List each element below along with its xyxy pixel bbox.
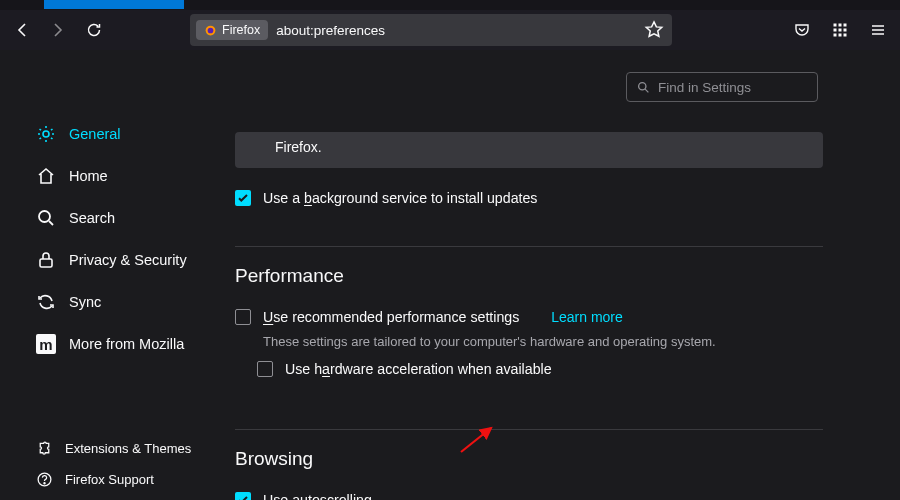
autoscrolling-checkbox[interactable]	[235, 492, 251, 500]
sidebar-item-label: Sync	[69, 294, 101, 310]
info-banner: Firefox.	[235, 132, 823, 168]
puzzle-icon	[36, 440, 53, 457]
banner-text-tail: Firefox.	[275, 139, 322, 155]
star-icon	[644, 20, 664, 40]
sidebar-item-sync[interactable]: Sync	[36, 284, 235, 320]
sync-icon	[36, 292, 56, 312]
sidebar-item-label: More from Mozilla	[69, 336, 184, 352]
svg-point-16	[639, 82, 646, 89]
sidebar-item-search[interactable]: Search	[36, 200, 235, 236]
grid-icon	[832, 22, 848, 38]
recommended-perf-option: Use recommended performance settings Lea…	[235, 309, 840, 325]
svg-rect-2	[834, 24, 837, 27]
address-bar[interactable]: Firefox about:preferences	[190, 14, 672, 46]
sidebar-firefox-support[interactable]: Firefox Support	[36, 471, 191, 488]
settings-sidebar: General Home Search Privacy & Security S…	[0, 50, 235, 500]
forward-button[interactable]	[42, 14, 74, 46]
performance-heading: Performance	[235, 265, 840, 287]
recommended-perf-checkbox[interactable]	[235, 309, 251, 325]
os-window-tab	[44, 0, 184, 9]
sidebar-item-privacy[interactable]: Privacy & Security	[36, 242, 235, 278]
sidebar-bottom-label: Extensions & Themes	[65, 441, 191, 456]
svg-rect-13	[40, 259, 52, 267]
sidebar-item-mozilla[interactable]: m More from Mozilla	[36, 326, 235, 362]
recommended-perf-label: Use recommended performance settings	[263, 309, 519, 325]
url-text: about:preferences	[276, 23, 385, 38]
window-tab-bar	[0, 0, 900, 10]
gear-icon	[36, 124, 56, 144]
hamburger-menu-button[interactable]	[862, 14, 894, 46]
autoscrolling-label: Use autoscrolling	[263, 492, 372, 500]
svg-rect-6	[839, 29, 842, 32]
identity-label: Firefox	[222, 23, 260, 37]
svg-rect-7	[844, 29, 847, 32]
lock-icon	[36, 250, 56, 270]
search-icon	[36, 208, 56, 228]
sidebar-bottom-label: Firefox Support	[65, 472, 154, 487]
sidebar-item-home[interactable]: Home	[36, 158, 235, 194]
sidebar-item-label: Privacy & Security	[69, 252, 187, 268]
background-service-option: Use a background service to install upda…	[235, 190, 840, 206]
browsing-heading: Browsing	[235, 448, 840, 470]
svg-rect-10	[844, 34, 847, 37]
reload-button[interactable]	[78, 14, 110, 46]
search-placeholder: Find in Settings	[658, 80, 751, 95]
settings-main-pane: Find in Settings Firefox. Use a backgrou…	[235, 50, 900, 500]
svg-point-11	[43, 131, 49, 137]
sidebar-extensions-themes[interactable]: Extensions & Themes	[36, 440, 191, 457]
search-icon	[637, 81, 650, 94]
home-icon	[36, 166, 56, 186]
back-button[interactable]	[6, 14, 38, 46]
help-icon	[36, 471, 53, 488]
section-divider	[235, 429, 823, 430]
perf-hint-text: These settings are tailored to your comp…	[263, 334, 840, 349]
svg-rect-4	[844, 24, 847, 27]
section-divider	[235, 246, 823, 247]
sidebar-item-general[interactable]: General	[36, 116, 235, 152]
bookmark-star-button[interactable]	[644, 20, 664, 40]
sidebar-item-label: Search	[69, 210, 115, 226]
hardware-accel-label: Use hardware acceleration when available	[285, 361, 552, 377]
browser-toolbar: Firefox about:preferences	[0, 10, 900, 50]
mozilla-icon: m	[36, 334, 56, 354]
svg-rect-5	[834, 29, 837, 32]
svg-point-1	[208, 27, 214, 33]
identity-box[interactable]: Firefox	[196, 20, 268, 40]
check-icon	[237, 192, 249, 204]
firefox-logo-icon	[204, 24, 217, 37]
pocket-icon	[794, 22, 810, 38]
hardware-accel-option: Use hardware acceleration when available	[257, 361, 840, 377]
svg-rect-3	[839, 24, 842, 27]
svg-point-15	[44, 483, 45, 484]
menu-icon	[870, 22, 886, 38]
app-grid-button[interactable]	[824, 14, 856, 46]
svg-rect-9	[839, 34, 842, 37]
svg-point-12	[39, 211, 50, 222]
pocket-button[interactable]	[786, 14, 818, 46]
svg-rect-8	[834, 34, 837, 37]
background-service-checkbox[interactable]	[235, 190, 251, 206]
check-icon	[237, 494, 249, 500]
sidebar-item-label: Home	[69, 168, 108, 184]
background-service-label: Use a background service to install upda…	[263, 190, 537, 206]
find-in-settings-input[interactable]: Find in Settings	[626, 72, 818, 102]
autoscrolling-option: Use autoscrolling	[235, 492, 840, 500]
hardware-accel-checkbox[interactable]	[257, 361, 273, 377]
sidebar-item-label: General	[69, 126, 121, 142]
learn-more-link[interactable]: Learn more	[551, 309, 623, 325]
